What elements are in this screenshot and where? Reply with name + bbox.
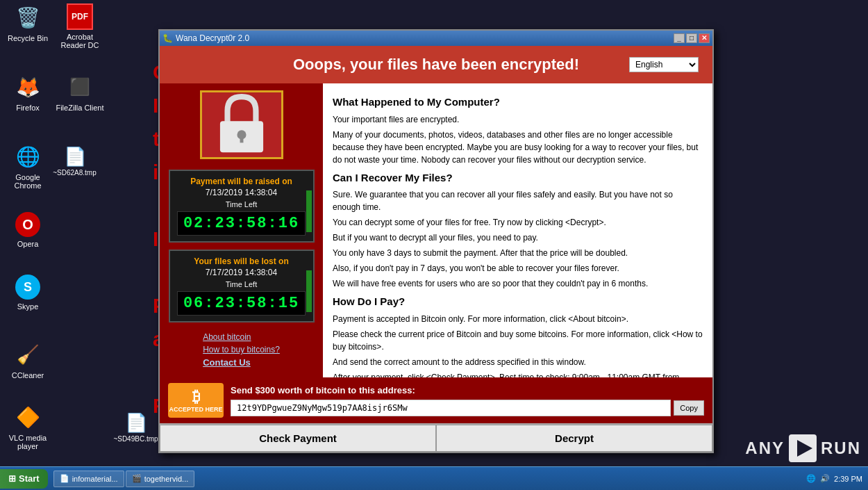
start-label: Start: [19, 473, 40, 484]
icon-label: CCleaner: [12, 371, 44, 379]
timer2-label: Your files will be lost on: [176, 256, 308, 266]
timer1-label: Payment will be raised on: [176, 177, 308, 186]
desktop-icon-chrome[interactable]: 🌐 Google Chrome: [3, 142, 52, 190]
section-para-3-1: Payment is accepted in Bitcoin only. For…: [333, 313, 703, 325]
window-body: Payment will be raised on 7/13/2019 14:3…: [160, 83, 712, 377]
desktop-icon-filezilla[interactable]: ⬛ FileZilla Client: [56, 73, 104, 112]
language-select[interactable]: English Chinese Spanish Russian German F…: [629, 57, 699, 72]
firefox-icon: 🦊: [14, 73, 42, 101]
close-button[interactable]: ✕: [699, 33, 710, 43]
desktop-icon-firefox[interactable]: 🦊 Firefox: [3, 73, 52, 112]
desktop-icon-sd62a8[interactable]: 📄 ~SD62A8.tmp: [52, 146, 97, 177]
right-panel[interactable]: What Happened to My Computer? Your impor…: [323, 83, 712, 377]
bitcoin-logo: ₿ ACCEPTED HERE: [168, 383, 224, 418]
network-icon: 🌐: [806, 474, 816, 483]
acrobat-icon: PDF: [67, 3, 93, 30]
lock-svg-icon: [210, 94, 273, 156]
taskbar-item-label-1: infomaterial...: [72, 475, 118, 483]
btc-address-field[interactable]: [231, 400, 671, 416]
taskbar: ⊞ Start 📄 infomaterial... 🎬 togethervid.…: [0, 466, 868, 490]
taskbar-item-2[interactable]: 🎬 togethervid...: [126, 471, 195, 487]
header-title: Ooops, your files have been encrypted!: [243, 56, 629, 74]
taskbar-items: 📄 infomaterial... 🎬 togethervid...: [51, 471, 801, 487]
anyrun-watermark: ANY RUN: [745, 434, 861, 462]
timer2-time-label: Time Left: [176, 280, 308, 288]
section-heading-3: How Do I Pay?: [333, 294, 703, 310]
section-para-2-6: We will have free events for users who a…: [333, 277, 703, 290]
start-button[interactable]: ⊞ Start: [0, 469, 48, 489]
section-para-2-4: You only have 3 days to submit the payme…: [333, 247, 703, 259]
timer2-container: Your files will be lost on 7/17/2019 14:…: [169, 250, 315, 322]
icon-label: Skype: [17, 302, 39, 311]
contact-us-link[interactable]: Contact Us: [203, 357, 280, 368]
maximize-button[interactable]: □: [686, 33, 697, 43]
window-controls: _ □ ✕: [674, 33, 710, 43]
section-heading-2: Can I Recover My Files?: [333, 170, 703, 186]
desktop-icon-opera[interactable]: O Opera: [3, 212, 52, 248]
section-para-2-3: But if you want to decrypt all your file…: [333, 231, 703, 244]
section-para-3-4: After your payment, click <Check Payment…: [333, 371, 703, 378]
desktop-icon-sd49bc[interactable]: 📄 ~SD49BC.tmp: [113, 412, 158, 443]
timer2-date: 7/17/2019 14:38:04: [176, 268, 308, 277]
section-heading-1: What Happened to My Computer?: [333, 95, 703, 111]
taskbar-tray: 🌐 🔊 2:39 PM: [801, 474, 868, 483]
links-section: About bitcoin How to buy bitcoins? Conta…: [203, 329, 280, 370]
filezilla-icon: ⬛: [66, 73, 94, 101]
desktop-icon-acrobat[interactable]: PDF Acrobat Reader DC: [56, 3, 104, 49]
worm-icon: 🐛: [162, 33, 173, 43]
payment-info: Send $300 worth of bitcoin to this addre…: [231, 385, 704, 416]
section-para-3-2: Please check the current price of Bitcoi…: [333, 328, 703, 353]
vlc-icon: 🔶: [14, 403, 42, 431]
svg-rect-2: [240, 134, 243, 142]
icon-label: Recycle Bin: [8, 34, 48, 42]
chrome-icon: 🌐: [14, 142, 42, 170]
icon-label: VLC media player: [9, 434, 47, 450]
anyrun-text2: RUN: [821, 439, 861, 458]
timer2-box: Your files will be lost on 7/17/2019 14:…: [169, 250, 315, 322]
anyrun-text: ANY: [745, 439, 785, 458]
check-payment-button[interactable]: Check Payment: [160, 425, 436, 452]
ccleaner-icon: 🧹: [14, 341, 42, 368]
section-para-3-3: And send the correct amount to the addre…: [333, 356, 703, 368]
icon-label: Acrobat Reader DC: [60, 33, 99, 49]
taskbar-item-1[interactable]: 📄 infomaterial...: [53, 471, 124, 487]
desktop-icon-vlc[interactable]: 🔶 VLC media player: [3, 403, 52, 450]
copy-button[interactable]: Copy: [674, 400, 704, 416]
timer1-date: 7/13/2019 14:38:04: [176, 188, 308, 197]
tmp-file-icon: 📄: [52, 146, 97, 168]
skype-icon: S: [15, 275, 40, 300]
taskbar-time: 2:39 PM: [834, 475, 862, 483]
decrypt-button[interactable]: Decrypt: [436, 425, 712, 452]
left-panel: Payment will be raised on 7/13/2019 14:3…: [160, 83, 323, 377]
desktop-icon-skype[interactable]: S Skype: [3, 275, 52, 311]
window-title-text: Wana Decrypt0r 2.0: [176, 33, 249, 43]
bottom-buttons: Check Payment Decrypt: [160, 423, 712, 452]
icon-label: ~SD62A8.tmp: [53, 169, 97, 177]
section-para-1-2: Many of your documents, photos, videos, …: [333, 129, 703, 166]
how-to-buy-link[interactable]: How to buy bitcoins?: [203, 345, 280, 354]
taskbar-item-icon-1: 📄: [60, 474, 69, 483]
timer1-time-label: Time Left: [176, 200, 308, 209]
taskbar-item-label-2: togethervid...: [144, 475, 189, 483]
desktop-icon-recycle-bin[interactable]: 🗑️ Recycle Bin: [3, 3, 52, 42]
about-bitcoin-link[interactable]: About bitcoin: [203, 332, 280, 342]
section-para-2-2: You can decrypt some of your files for f…: [333, 216, 703, 229]
window-titlebar: 🐛 Wana Decrypt0r 2.0 _ □ ✕: [160, 31, 712, 46]
timer1-progress-bar: [306, 190, 312, 232]
desktop-icon-ccleaner[interactable]: 🧹 CCleaner: [3, 341, 52, 379]
windows-icon: ⊞: [8, 473, 16, 484]
timer2-digits: 06:23:58:15: [177, 291, 306, 316]
lock-image: [200, 90, 283, 159]
bitcoin-symbol: ₿: [192, 388, 200, 406]
address-row: Copy: [231, 400, 704, 416]
recycle-bin-icon: 🗑️: [14, 3, 42, 31]
icon-label: Firefox: [16, 104, 40, 112]
volume-icon: 🔊: [820, 474, 830, 483]
section-para-2-1: Sure. We guarantee that you can recover …: [333, 188, 703, 213]
minimize-button[interactable]: _: [674, 33, 685, 43]
icon-label: FileZilla Client: [56, 104, 103, 112]
timer2-progress-bar: [306, 270, 312, 312]
payment-title: Send $300 worth of bitcoin to this addre…: [231, 385, 704, 395]
timer1-container: Payment will be raised on 7/13/2019 14:3…: [169, 170, 315, 243]
window-title-area: 🐛 Wana Decrypt0r 2.0: [162, 33, 249, 43]
